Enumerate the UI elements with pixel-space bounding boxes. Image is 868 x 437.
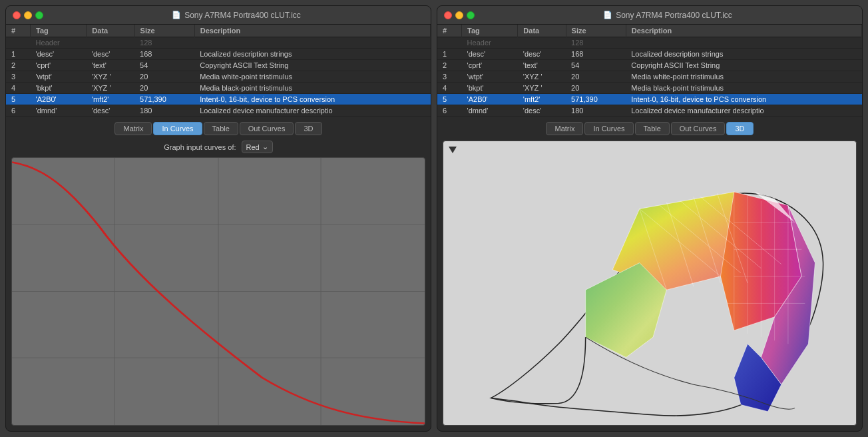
document-icon-right: 📄 bbox=[603, 11, 612, 19]
curve-channel-dropdown[interactable]: Red ⌄ bbox=[242, 141, 273, 153]
curve-controls-left: Graph input curves of: Red ⌄ bbox=[11, 141, 425, 153]
table-row[interactable]: 3'wtpt''XYZ '20Media white-point tristim… bbox=[437, 71, 862, 83]
tab-3d-right[interactable]: 3D bbox=[726, 122, 753, 135]
curve-svg-left bbox=[12, 158, 425, 425]
table-row[interactable]: 5'A2B0''mft2'571,390Intent-0, 16-bit, de… bbox=[437, 94, 862, 105]
col-num-left: # bbox=[6, 25, 31, 37]
maximize-button-right[interactable] bbox=[467, 11, 475, 19]
tab-table-left[interactable]: Table bbox=[204, 122, 238, 135]
tag-table-left: # Tag Data Size Description Header1281'd… bbox=[6, 25, 431, 117]
col-data-left: Data bbox=[87, 25, 134, 37]
tab-table-right[interactable]: Table bbox=[635, 122, 670, 135]
title-bar-left: 📄 Sony A7RM4 Portra400 cLUT.icc bbox=[6, 6, 431, 25]
main-content-right: Matrix In Curves Table Out Curves 3D bbox=[437, 117, 862, 431]
main-content-left: Matrix In Curves Table Out Curves 3D Gra… bbox=[6, 117, 431, 431]
window-left: 📄 Sony A7RM4 Portra400 cLUT.icc # Tag Da… bbox=[5, 5, 431, 432]
table-row[interactable]: 1'desc''desc'168Localized description st… bbox=[437, 49, 862, 60]
table-row[interactable]: Header128 bbox=[6, 37, 431, 49]
traffic-lights-right bbox=[444, 11, 475, 19]
tab-in-curves-right[interactable]: In Curves bbox=[584, 122, 633, 135]
tab-bar-right: Matrix In Curves Table Out Curves 3D bbox=[443, 122, 857, 135]
col-size-right: Size bbox=[566, 25, 626, 37]
table-row[interactable]: 5'A2B0''mft2'571,390Intent-0, 16-bit, de… bbox=[6, 94, 431, 105]
table-row[interactable]: 6'dmnd''desc'180Localized device manufac… bbox=[6, 105, 431, 117]
tab-matrix-left[interactable]: Matrix bbox=[114, 122, 152, 135]
close-button-left[interactable] bbox=[13, 11, 21, 19]
table-row[interactable]: 3'wtpt''XYZ '20Media white-point tristim… bbox=[6, 71, 431, 83]
table-row[interactable]: 4'bkpt''XYZ '20Media black-point tristim… bbox=[437, 83, 862, 94]
table-row[interactable]: 2'cprt''text'54Copyright ASCII Text Stri… bbox=[6, 60, 431, 71]
tab-3d-left[interactable]: 3D bbox=[295, 122, 322, 135]
arrow-indicator bbox=[449, 147, 457, 153]
traffic-lights-left bbox=[13, 11, 43, 19]
table-row[interactable]: 4'bkpt''XYZ '20Media black-point tristim… bbox=[6, 83, 431, 94]
3d-viz-container bbox=[443, 141, 857, 426]
maximize-button-left[interactable] bbox=[35, 11, 43, 19]
3d-viz-svg bbox=[443, 141, 856, 425]
tab-matrix-right[interactable]: Matrix bbox=[546, 122, 583, 135]
title-bar-right: 📄 Sony A7RM4 Portra400 cLUT.icc bbox=[437, 6, 862, 25]
col-num-right: # bbox=[437, 25, 462, 37]
table-row[interactable]: 6'dmnd''desc'180Localized device manufac… bbox=[437, 105, 862, 117]
minimize-button-right[interactable] bbox=[455, 11, 463, 19]
tab-out-curves-right[interactable]: Out Curves bbox=[671, 122, 726, 135]
col-tag-right: Tag bbox=[462, 25, 518, 37]
document-icon-left: 📄 bbox=[172, 11, 181, 19]
tag-table-right: # Tag Data Size Description Header1281'd… bbox=[437, 25, 862, 117]
col-desc-left: Description bbox=[194, 25, 430, 37]
table-row[interactable]: 2'cprt''text'54Copyright ASCII Text Stri… bbox=[437, 60, 862, 71]
col-desc-right: Description bbox=[626, 25, 861, 37]
minimize-button-left[interactable] bbox=[24, 11, 32, 19]
dropdown-arrow-icon: ⌄ bbox=[262, 143, 268, 151]
curve-label: Graph input curves of: bbox=[164, 143, 236, 151]
window-title-right: 📄 Sony A7RM4 Portra400 cLUT.icc bbox=[480, 11, 855, 20]
window-right: 📄 Sony A7RM4 Portra400 cLUT.icc # Tag Da… bbox=[437, 5, 863, 432]
tab-bar-left: Matrix In Curves Table Out Curves 3D bbox=[11, 122, 425, 135]
col-data-right: Data bbox=[518, 25, 566, 37]
tab-out-curves-left[interactable]: Out Curves bbox=[240, 122, 294, 135]
table-row[interactable]: 1'desc''desc'168Localized description st… bbox=[6, 49, 431, 60]
table-row[interactable]: Header128 bbox=[437, 37, 862, 49]
col-size-left: Size bbox=[134, 25, 194, 37]
col-tag-left: Tag bbox=[31, 25, 87, 37]
tab-in-curves-left[interactable]: In Curves bbox=[153, 122, 202, 135]
curve-graph-left bbox=[11, 157, 425, 426]
close-button-right[interactable] bbox=[444, 11, 452, 19]
window-title-left: 📄 Sony A7RM4 Portra400 cLUT.icc bbox=[49, 11, 424, 20]
